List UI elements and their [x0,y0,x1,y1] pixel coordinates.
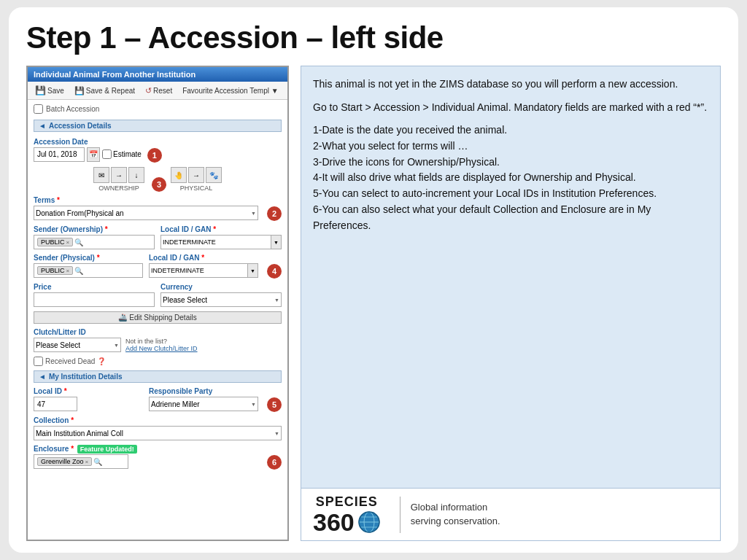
search-icon-enclosure[interactable]: 🔍 [93,458,102,466]
reset-icon: ↺ [145,86,152,96]
estimate-checkbox[interactable] [102,149,112,159]
info-box: This animal is not yet in the ZIMS datab… [301,66,721,489]
enclosure-col: Enclosure * Feature Updated! Greenville … [34,445,258,469]
ownership-icons: ✉ → ↓ [93,167,144,183]
feature-badge: Feature Updated! [77,445,137,454]
search-icon-physical[interactable]: 🔍 [74,267,83,275]
price-col: Price [34,283,155,307]
ownership-arrow2-icon[interactable]: ↓ [128,167,144,183]
ship-icon: 🚢 [118,314,127,322]
price-input[interactable] [34,292,155,307]
received-dead-row: Received Dead ❓ [34,357,282,366]
clutch-select-wrapper: Please Select [34,338,121,352]
calendar-button[interactable]: 📅 [87,147,100,162]
sender-physical-label: Sender (Physical) * [34,254,143,262]
brand-species: SPECIES [316,494,378,510]
brand-360: 360 [313,510,381,534]
terms-label: Terms * [34,196,258,204]
ownership-physical-row: ✉ → ↓ OWNERSHIP 3 🤚 → 🐾 PHYSICAL [34,167,282,192]
ownership-label: OWNERSHIP [98,184,139,192]
currency-select[interactable]: Please Select [160,292,282,307]
physical-arrow-icon[interactable]: → [188,167,204,183]
resp-party-wrapper: Adrienne Miller [149,397,258,411]
indeterminate-wrapper-2: ▼ [149,263,258,278]
shipping-button[interactable]: 🚢 Edit Shipping Details [34,311,282,324]
info-para2: Go to Start > Accession > Individual Ani… [313,100,708,116]
screenshot-panel: Individual Animal From Another Instituti… [26,66,289,541]
save-repeat-icon: 💾 [74,86,85,96]
slide-body: Individual Animal From Another Instituti… [26,66,721,541]
reset-button[interactable]: ↺ Reset [142,85,175,97]
brand-bar: SPECIES 360 G [301,489,721,541]
collection-col: Collection * Main Institution Animal Col… [34,416,282,440]
local-gan2-col: Local ID / GAN * ▼ [149,254,258,278]
accession-date-row: Accession Date 📅 Estimate 1 [34,136,282,163]
terms-row: Terms * Donation From(Physical an 2 [34,196,282,221]
ownership-arrow-icon[interactable]: → [111,167,127,183]
sender-ownership-row: Sender (Ownership) * PUBLIC × 🔍 [34,225,282,249]
clutch-select[interactable]: Please Select [34,338,121,352]
save-button[interactable]: 💾 Save [32,84,67,97]
physical-paw-icon[interactable]: 🐾 [206,167,222,183]
sender-ownership-input[interactable]: PUBLIC × 🔍 [34,235,155,249]
indeterminate-arrow-2[interactable]: ▼ [248,263,258,278]
brand-logo: SPECIES 360 [313,494,381,534]
badge-1: 1 [147,148,162,163]
collection-row: Collection * Main Institution Animal Col… [34,416,282,440]
my-institution-section: ◄ My Institution Details Local ID * [34,370,282,470]
price-label: Price [34,283,155,291]
remove-public-tag-ownership[interactable]: × [66,239,70,246]
collection-label: Collection * [34,416,282,424]
indeterminate-arrow-1[interactable]: ▼ [271,235,282,249]
search-icon-ownership[interactable]: 🔍 [74,238,83,246]
received-dead-checkbox[interactable] [34,357,43,366]
local-id-input[interactable] [34,397,77,411]
terms-select-wrapper: Donation From(Physical an [34,206,258,220]
estimate-row: Estimate [102,149,142,159]
collapse-icon: ◄ [39,122,46,130]
sender-ownership-label: Sender (Ownership) * [34,225,155,233]
terms-select[interactable]: Donation From(Physical an [34,206,258,220]
physical-group: 🤚 → 🐾 PHYSICAL [171,167,222,192]
accession-date-input[interactable] [34,147,85,162]
add-clutch-link[interactable]: Add New Clutch/Litter ID [125,345,198,352]
enclosure-label: Enclosure * Feature Updated! [34,445,258,453]
physical-hand-icon[interactable]: 🤚 [171,167,187,183]
local-gan-input[interactable] [160,235,271,249]
toolbar: 💾 Save 💾 Save & Repeat ↺ Reset Favourite… [28,82,287,100]
local-id-col: Local ID * [34,387,143,411]
batch-accession-checkbox[interactable] [34,104,43,114]
enclosure-input[interactable]: Greenville Zoo × 🔍 [34,454,128,469]
remove-public-tag-physical[interactable]: × [66,268,70,274]
sender-physical-input[interactable]: PUBLIC × 🔍 [34,263,143,278]
public-tag-physical: PUBLIC × [37,266,73,275]
save-icon: 💾 [35,85,46,96]
resp-party-label: Responsible Party [149,387,258,395]
help-icon[interactable]: ❓ [97,357,106,365]
terms-col: Terms * Donation From(Physical an [34,196,258,220]
currency-label: Currency [160,283,282,291]
globe-icon [357,510,381,534]
sender-ownership-col: Sender (Ownership) * PUBLIC × 🔍 [34,225,155,249]
public-tag-ownership: PUBLIC × [37,238,73,246]
resp-party-select[interactable]: Adrienne Miller [149,397,258,411]
brand-tagline: Global informationserving conservation. [411,501,500,527]
info-para1: This animal is not yet in the ZIMS datab… [313,77,708,93]
terms-required: * [57,196,60,204]
local-gan2-input[interactable] [149,263,248,278]
save-repeat-button[interactable]: 💾 Save & Repeat [71,85,138,97]
physical-label: PHYSICAL [180,184,213,192]
local-gan-label: Local ID / GAN * [160,225,282,233]
badge-3: 3 [152,177,166,192]
fav-template-button[interactable]: Favourite Accession Templ ▼ [179,85,281,96]
local-id-label: Local ID * [34,387,143,395]
form-content: Batch Accession ◄ Accession Details Acce… [28,100,287,540]
collapse-icon-2: ◄ [39,373,46,381]
enclosure-row: Enclosure * Feature Updated! Greenville … [34,445,282,470]
collection-select[interactable]: Main Institution Animal Coll [34,426,282,440]
ownership-envelope-icon[interactable]: ✉ [93,167,109,183]
remove-enclosure-tag[interactable]: × [85,459,89,465]
price-currency-row: Price Currency Please Select [34,283,282,307]
slide-container: Step 1 – Accession – left side Individua… [9,7,738,553]
sender-physical-row: Sender (Physical) * PUBLIC × 🔍 [34,254,282,279]
